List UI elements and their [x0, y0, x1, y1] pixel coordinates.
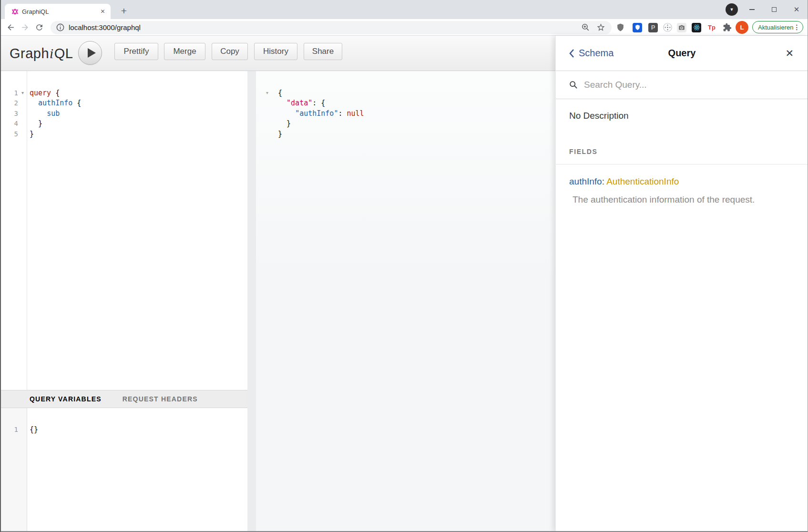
- code-line: 1▾query {: [0, 88, 247, 98]
- code-line: "data": {: [256, 98, 555, 109]
- bookmark-star-icon[interactable]: [596, 23, 605, 34]
- ext-p-icon[interactable]: P: [647, 22, 659, 33]
- share-button[interactable]: Share: [304, 43, 342, 60]
- fold-icon[interactable]: ▾: [18, 90, 27, 95]
- reload-button[interactable]: [32, 20, 46, 34]
- fields-section-title: FIELDS: [556, 148, 808, 164]
- doc-content: No Description FIELDS authInfo: Authenti…: [556, 111, 808, 205]
- url-bar[interactable]: localhost:3000/graphql: [51, 21, 612, 34]
- ext-tp-icon[interactable]: Tp: [706, 22, 717, 33]
- query-editor[interactable]: 1▾query {2 authInfo {3 sub4 }5}: [0, 88, 247, 139]
- code-line: "authInfo": null: [256, 108, 555, 119]
- result-pane: ▾{ "data": { "authInfo": null }}: [256, 71, 555, 532]
- browser-tab[interactable]: GraphiQL ✕: [5, 4, 111, 19]
- tab-request-headers[interactable]: REQUEST HEADERS: [123, 395, 198, 403]
- execute-button[interactable]: [78, 41, 102, 65]
- site-info-icon[interactable]: [56, 23, 65, 34]
- field-description: The authentication information of the re…: [569, 194, 795, 205]
- graphiql-logo: GraphiQL: [10, 36, 73, 71]
- pane-resize-handle[interactable]: [247, 71, 256, 532]
- maximize-button[interactable]: [763, 0, 785, 19]
- code-line: 4 }: [0, 119, 247, 129]
- doc-explorer-panel: Schema Query ✕ No Description FIELDS aut…: [555, 36, 808, 532]
- type-description: No Description: [569, 111, 795, 121]
- browser-titlebar: GraphiQL ✕ + ▼ ✕: [0, 0, 808, 19]
- profile-avatar[interactable]: L: [736, 21, 748, 34]
- line-number: 2: [0, 99, 18, 107]
- line-number: 3: [0, 110, 18, 117]
- doc-explorer-header: Schema Query ✕: [556, 36, 808, 71]
- code-line: }: [256, 129, 555, 139]
- caret-down-icon: ▼: [730, 7, 734, 12]
- doc-back-button[interactable]: Schema: [569, 48, 614, 59]
- chevron-left-icon: [569, 49, 574, 58]
- zoom-icon[interactable]: [581, 23, 590, 34]
- code-line: 5}: [0, 129, 247, 139]
- line-number: 1: [0, 89, 18, 97]
- variables-editor-pane[interactable]: 1{}: [0, 408, 247, 532]
- tab-close-icon[interactable]: ✕: [99, 8, 107, 16]
- window-close-button[interactable]: ✕: [786, 0, 808, 19]
- merge-button[interactable]: Merge: [164, 43, 205, 60]
- code-line: 2 authInfo {: [0, 98, 247, 109]
- url-text[interactable]: localhost:3000/graphql: [69, 21, 141, 34]
- prettify-button[interactable]: Prettify: [114, 43, 158, 60]
- doc-close-button[interactable]: ✕: [785, 48, 794, 59]
- query-editor-pane[interactable]: 1▾query {2 authInfo {3 sub4 }5} QUERY VA…: [0, 71, 247, 532]
- code-line: }: [256, 119, 555, 129]
- code-line: 3 sub: [0, 108, 247, 119]
- code-line: 1{}: [0, 424, 247, 435]
- ext-ublock-icon[interactable]: [614, 22, 626, 33]
- forward-button[interactable]: [18, 20, 31, 34]
- search-icon: [569, 81, 578, 89]
- doc-search-input[interactable]: [583, 79, 795, 91]
- variables-editor[interactable]: 1{}: [0, 424, 247, 435]
- ext-react-devtools-icon[interactable]: [691, 22, 702, 33]
- tab-title: GraphiQL: [22, 8, 99, 15]
- ext-scroll-dots-icon[interactable]: [662, 22, 673, 33]
- copy-button[interactable]: Copy: [212, 43, 248, 60]
- result-viewer: ▾{ "data": { "authInfo": null }}: [256, 88, 555, 139]
- browser-navbar: localhost:3000/graphql P: [0, 19, 808, 36]
- field-entry: authInfo: AuthenticationInfo: [569, 176, 795, 187]
- browser-window: GraphiQL ✕ + ▼ ✕ localhost:3000/graphql: [0, 0, 808, 532]
- play-icon: [88, 48, 96, 58]
- graphql-favicon: [11, 8, 19, 15]
- history-button[interactable]: History: [254, 43, 297, 60]
- doc-search-row: [556, 71, 808, 99]
- field-type-link[interactable]: AuthenticationInfo: [606, 176, 679, 186]
- update-button-label: Aktualisieren: [753, 24, 793, 31]
- titlebar-caret-button[interactable]: ▼: [726, 3, 738, 16]
- doc-back-label: Schema: [579, 48, 614, 59]
- line-number: 1: [0, 426, 18, 433]
- minimize-button[interactable]: [741, 0, 763, 19]
- ext-bitwarden-icon[interactable]: [632, 22, 643, 33]
- ext-camera-icon[interactable]: [676, 22, 687, 33]
- back-button[interactable]: [4, 20, 17, 34]
- tab-query-variables[interactable]: QUERY VARIABLES: [30, 395, 102, 403]
- fold-icon[interactable]: ▾: [256, 90, 278, 95]
- variables-title-bar: QUERY VARIABLESREQUEST HEADERS: [0, 390, 247, 408]
- line-number: 4: [0, 120, 18, 127]
- update-button[interactable]: Aktualisieren ⋮: [752, 21, 803, 33]
- overflow-dots-icon[interactable]: ⋮: [793, 23, 804, 31]
- line-number: 5: [0, 130, 18, 138]
- new-tab-button[interactable]: +: [117, 4, 131, 18]
- field-name-link[interactable]: authInfo: [569, 176, 602, 186]
- code-line: ▾{: [256, 88, 555, 98]
- extensions-puzzle-icon[interactable]: [721, 22, 733, 33]
